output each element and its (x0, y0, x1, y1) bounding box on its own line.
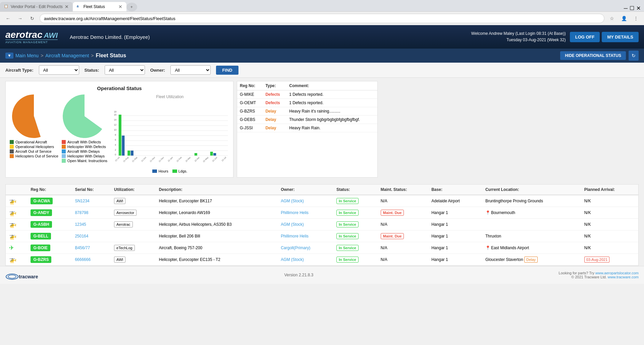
alert-reg-2: G-OEMT (237, 99, 263, 107)
breadcrumb-aircraft-management[interactable]: Aircraft Management (45, 53, 89, 58)
alert-type-5: Delay (263, 124, 286, 132)
reg-badge[interactable]: G-ASBH (31, 221, 52, 228)
description-cell: Helicopter, Bell 206 Blll (156, 230, 277, 242)
svg-point-40 (8, 275, 16, 278)
window-close[interactable]: ✕ (636, 5, 641, 11)
address-bar[interactable] (40, 14, 604, 23)
window-restore[interactable]: ☐ (630, 5, 634, 11)
legend-dot-op-aircraft (10, 140, 14, 144)
tab-close-vendor[interactable]: ✕ (65, 4, 69, 9)
helicopter-icon: 🚁 (9, 233, 16, 239)
alert-row-2: G-OEMT Defects 1 Defects reported. (237, 99, 377, 107)
legend-item-op-aircraft: Operational Aircraft (10, 140, 58, 144)
owner-link[interactable]: Phillimore Helis (281, 234, 309, 238)
menu-icon[interactable]: ⋮ (631, 14, 641, 23)
planned-arrival-cell: N/K (581, 195, 638, 207)
profile-icon[interactable]: 👤 (619, 14, 629, 23)
back-button[interactable]: ← (3, 14, 13, 23)
owner-link[interactable]: AGM (Stock) (281, 199, 304, 203)
svg-text:tracware: tracware (19, 274, 38, 279)
serial-link[interactable]: B456/77 (75, 246, 90, 250)
svg-text:2: 2 (115, 149, 116, 151)
svg-rect-21 (127, 151, 130, 156)
maint-status-cell: N/A (377, 242, 428, 254)
owner-link[interactable]: AGM (Stock) (281, 257, 304, 262)
maint-status-cell: N/A (377, 219, 428, 230)
serial-link[interactable]: SN1234 (75, 199, 89, 203)
reg-badge[interactable]: G-ANDY (31, 209, 52, 216)
status-cell: In Service (333, 242, 377, 254)
footer-tracware-link[interactable]: www.tracware.com (608, 275, 639, 279)
status-cell: In Service (333, 207, 377, 219)
status-alerts-scroll[interactable]: Reg No: Type: Comment: G-MIKE Defects 1 … (237, 81, 377, 132)
status-cell: In Service (333, 195, 377, 207)
forward-button[interactable]: → (15, 14, 25, 23)
legend-item-oos-heli: Helicopters Out of Service (10, 154, 58, 158)
refresh-button[interactable]: ↻ (629, 51, 639, 61)
serial-link[interactable]: 6666666 (75, 257, 91, 262)
svg-text:21-Dec: 21-Dec (158, 156, 164, 162)
legend-item-aircraft-defects: Aircraft With Defects (62, 140, 107, 144)
reg-badge[interactable]: G-BZRS (31, 256, 51, 263)
status-badge: In Service (336, 233, 359, 239)
logoff-button[interactable]: LOG OFF (570, 32, 600, 42)
th-utilization: Utilization: (111, 185, 156, 195)
main-content: Operational Status Operational (0, 78, 644, 181)
owner-link[interactable]: Cargolt(Primary) (281, 246, 310, 250)
window-minimize[interactable]: ─ (624, 5, 628, 11)
svg-text:12: 12 (114, 124, 117, 126)
op-status-title: Operational Status (10, 85, 229, 91)
footer-parts-text: Looking for parts? Try (559, 271, 595, 275)
utilization-cell: AWI (111, 195, 156, 207)
breadcrumb-home-icon[interactable]: ▼ (5, 53, 13, 59)
utilization-cell (111, 230, 156, 242)
legend-dot-op-heli (10, 145, 14, 149)
footer-parts-link[interactable]: www.aeropartslocator.com (595, 271, 639, 275)
aircraft-icon-cell: 🚁 (6, 195, 27, 207)
serial-link[interactable]: 12345 (75, 222, 86, 227)
planned-arrival-cell: 03-Aug-2021 (581, 254, 638, 266)
owner-link[interactable]: AGM (Stock) (281, 222, 304, 227)
find-button[interactable]: FIND (216, 66, 238, 75)
reg-badge-cell: G-BZRS (27, 254, 71, 266)
maint-status-cell: Maint. Due (377, 207, 428, 219)
breadcrumb-main-menu[interactable]: Main Menu (15, 53, 39, 58)
tab-close-fleet[interactable]: ✕ (118, 4, 122, 9)
owner-link[interactable]: Phillimore Helis (281, 210, 309, 215)
logo-tagline: AVIATION MANAGEMENT (5, 40, 58, 44)
reg-badge[interactable]: G-ACWA (31, 198, 53, 204)
legend-item-op-heli: Operational Helicopters (10, 145, 58, 149)
alert-type-3: Delay (263, 107, 286, 116)
aircraft-icon-cell: 🚁 (6, 207, 27, 219)
footer-copyright: © 2021 Tracware Ltd. (571, 275, 607, 279)
mydetails-button[interactable]: MY DETAILS (602, 32, 639, 42)
new-tab-button[interactable]: + (126, 3, 137, 11)
browser-tab-fleet[interactable]: a Fleet Status ✕ (73, 2, 126, 11)
reg-badge[interactable]: G-BOIE (31, 245, 50, 251)
pie1-legend: Operational Aircraft Operational Helicop… (10, 140, 58, 159)
th-reg-no: Reg No: (27, 185, 71, 195)
reload-button[interactable]: ↻ (28, 14, 37, 23)
owner-cell: Phillimore Helis (277, 230, 333, 242)
hide-operational-status-button[interactable]: HIDE OPERATIONAL STATUS (560, 51, 626, 60)
owner-cell: AGM (Stock) (277, 254, 333, 266)
aircraft-type-select[interactable]: All (39, 65, 79, 75)
legend-dot-heli-delays (62, 154, 66, 158)
helicopter-icon: 🚁 (9, 256, 16, 263)
footer-links: Looking for parts? Try www.aeropartsloca… (559, 271, 639, 279)
legend-color-ldgs (172, 169, 177, 173)
planned-arrival-cell: N/K (581, 242, 638, 254)
pie-chart-1-section: Operational Aircraft Operational Helicop… (10, 94, 58, 159)
reg-badge[interactable]: G-BELL (31, 233, 51, 239)
alert-comment-3: Heavy Rain it's raining.......... (286, 107, 377, 116)
reg-badge-cell: G-ASBH (27, 219, 71, 230)
browser-tab-vendor[interactable]: 📋 Vendor Portal - Edit Products ✕ (0, 2, 73, 11)
serial-link[interactable]: 878798 (75, 210, 88, 215)
alert-comment-1: 1 Defects reported. (286, 90, 377, 99)
bookmark-icon[interactable]: ☆ (607, 14, 616, 23)
status-select[interactable]: All (105, 65, 145, 75)
utilization-box: eTechLog (114, 245, 135, 251)
bar-chart-section: Fleet Utilization 0 2 4 6 8 10 12 14 16 … (111, 94, 229, 173)
serial-link[interactable]: 250164 (75, 234, 88, 238)
owner-select[interactable]: All (170, 65, 211, 75)
